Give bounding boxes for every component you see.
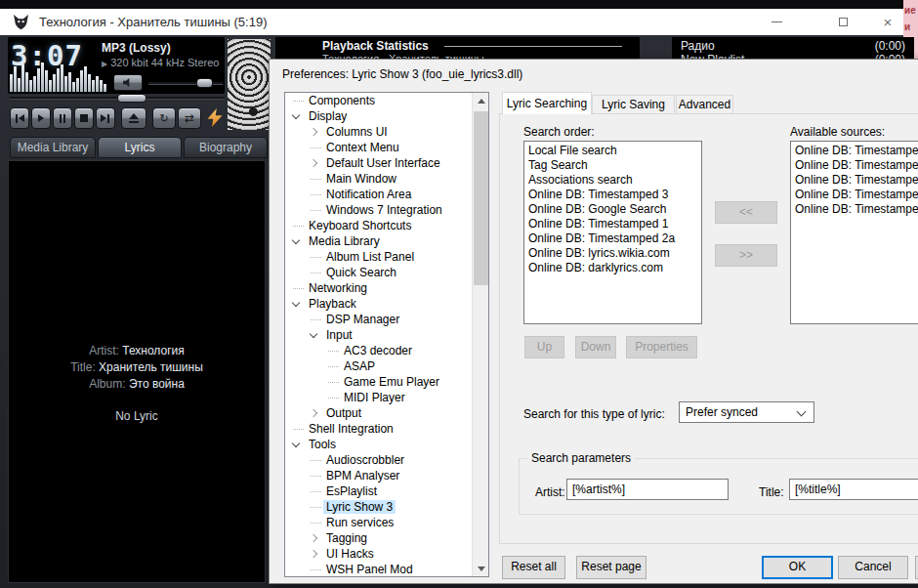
spectrum-bar [104,84,106,92]
list-item-online-db-google-search[interactable]: Online DB: Google Search [524,202,701,217]
list-item-online-db-darklyrics-com[interactable]: Online DB: darklyrics.com [524,261,701,275]
mute-button[interactable] [113,74,143,91]
lyric-type-dropdown[interactable]: Prefer synced [679,401,814,423]
tree-item-ui-hacks[interactable]: UI Hacks [285,546,488,562]
tree-item-display[interactable]: Display [285,108,488,124]
list-item-online-db-timestamped-5[interactable]: Online DB: Timestamped 5 [791,173,918,188]
list-item-associations-search[interactable]: Associations search [524,173,701,188]
title-param-input[interactable] [789,479,918,500]
tree-item-input[interactable]: Input [285,327,488,343]
previous-button[interactable] [10,107,29,129]
chevron-expanded-icon[interactable] [292,440,300,447]
chevron-collapsed-icon[interactable] [310,550,317,558]
move-right-button[interactable]: >> [715,244,777,267]
scroll-up-icon[interactable] [473,93,489,108]
scrollbar-thumb[interactable] [474,111,488,285]
scroll-down-icon[interactable] [473,561,489,576]
list-item-online-db-timestamped-3[interactable]: Online DB: Timestamped 3 [524,188,701,202]
tree-item-label: DSP Manager [323,313,402,326]
list-item-online-db-timestamped-2c[interactable]: Online DB: Timestamped 2c [791,202,918,217]
tree-item-main-window[interactable]: Main Window [285,171,488,187]
chevron-collapsed-icon[interactable] [310,409,317,417]
pause-button[interactable] [53,107,72,129]
tree-item-run-services[interactable]: Run services [285,515,488,530]
tab-advanced[interactable]: Advanced [676,95,733,113]
search-order-list[interactable]: Local File searchTag SearchAssociations … [523,141,702,324]
stop-button[interactable] [74,107,94,129]
chevron-expanded-icon[interactable] [292,236,300,244]
maximize-button[interactable] [826,9,859,35]
tree-item-game-emu-player[interactable]: Game Emu Player [285,374,488,390]
tab-lyric-searching[interactable]: Lyric Searching [502,92,592,114]
move-left-button[interactable]: << [715,201,777,224]
tree-item-networking[interactable]: Networking [285,280,488,296]
tab-lyric-saving[interactable]: Lyric Saving [592,95,675,113]
reset-all-button[interactable]: Reset all [502,556,565,579]
tree-item-wsh-panel-mod[interactable]: WSH Panel Mod [285,562,488,577]
artist-param-input[interactable] [566,479,729,500]
list-item-online-db-timestamped-1[interactable]: Online DB: Timestamped 1 [524,217,701,231]
close-button[interactable]: × [871,9,904,35]
tree-item-tagging[interactable]: Tagging [285,530,488,546]
list-item-online-db-timestamped-6[interactable]: Online DB: Timestamped 6 [791,144,918,158]
tree-item-output[interactable]: Output [285,405,488,421]
repeat-icon[interactable]: ⇄ [178,107,201,129]
tree-item-ac3-decoder[interactable]: AC3 decoder [285,343,488,358]
tree-item-context-menu[interactable]: Context Menu [285,140,488,155]
tree-item-label: Windows 7 Integration [323,203,445,217]
tab-lyrics[interactable]: Lyrics [98,137,182,158]
lightning-icon[interactable] [205,108,225,128]
tree-item-audioscrobbler[interactable]: Audioscrobbler [285,452,488,468]
tree-item-quick-search[interactable]: Quick Search [285,265,488,280]
down-button[interactable]: Down [575,336,616,358]
random-icon[interactable]: ↻ [152,107,176,129]
tab-biography[interactable]: Biography [184,137,268,158]
available-sources-list[interactable]: Online DB: Timestamped 6Online DB: Times… [790,141,918,324]
tree-item-asap[interactable]: ASAP [285,358,488,374]
chevron-collapsed-icon[interactable] [310,534,317,542]
play-button[interactable] [31,107,51,129]
list-item-online-db-lyrics-wikia-com[interactable]: Online DB: lyrics.wikia.com [524,246,701,261]
tree-item-esplaylist[interactable]: EsPlaylist [285,483,488,499]
window-titlebar: Технология - Хранитель тишины (5:19) × [0,9,903,35]
up-button[interactable]: Up [524,336,564,358]
chevron-collapsed-icon[interactable] [310,159,317,167]
playlist-row[interactable]: Радио(0:00) [672,39,914,53]
tree-item-default-user-interface[interactable]: Default User Interface [285,155,488,171]
properties-button[interactable]: Properties [626,336,697,358]
tree-item-midi-player[interactable]: MIDI Player [285,390,488,405]
tree-item-keyboard-shortcuts[interactable]: Keyboard Shortcuts [285,218,488,233]
lyric-type-label: Search for this type of lyric: [523,407,665,421]
chevron-expanded-icon[interactable] [292,111,300,119]
list-item-online-db-timestamped-4[interactable]: Online DB: Timestamped 4 [791,188,918,202]
tree-item-dsp-manager[interactable]: DSP Manager [285,312,488,327]
tree-item-windows-7-integration[interactable]: Windows 7 Integration [285,202,488,218]
next-button[interactable] [96,107,115,129]
list-item-online-db-timestamped-2b[interactable]: Online DB: Timestamped 2b [791,158,918,173]
list-item-online-db-timestamped-2a[interactable]: Online DB: Timestamped 2a [524,231,701,246]
tree-scrollbar[interactable] [472,93,488,576]
ok-button[interactable]: OK [762,556,833,579]
reset-page-button[interactable]: Reset page [576,556,647,579]
tree-item-bpm-analyser[interactable]: BPM Analyser [285,468,488,483]
volume-slider-handle[interactable] [196,78,213,88]
list-item-tag-search[interactable]: Tag Search [524,158,701,173]
tree-item-album-list-panel[interactable]: Album List Panel [285,249,488,265]
eject-button[interactable] [121,107,146,129]
chevron-collapsed-icon[interactable] [310,128,317,136]
tree-item-columns-ui[interactable]: Columns UI [285,124,488,140]
list-item-local-file-search[interactable]: Local File search [524,144,701,158]
chevron-expanded-icon[interactable] [292,299,300,307]
tree-item-tools[interactable]: Tools [285,437,488,452]
tree-item-components[interactable]: Components [285,93,488,108]
seek-bar-handle[interactable] [117,94,146,103]
minimize-button[interactable] [760,9,793,35]
tree-item-playback[interactable]: Playback [285,296,488,312]
cancel-button[interactable]: Cancel [838,556,908,579]
tree-item-shell-integration[interactable]: Shell Integration [285,421,488,437]
chevron-expanded-icon[interactable] [310,330,317,338]
tab-media-library[interactable]: Media Library [10,137,96,158]
tree-item-lyric-show-3[interactable]: Lyric Show 3 [285,499,488,515]
tree-item-media-library[interactable]: Media Library [285,233,488,249]
tree-item-notification-area[interactable]: Notification Area [285,187,488,202]
